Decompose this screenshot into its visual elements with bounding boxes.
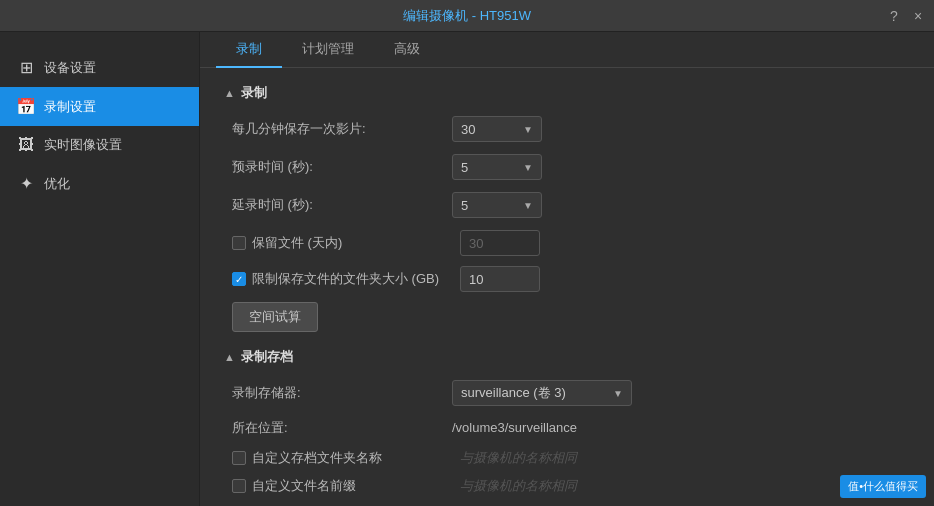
tab-record[interactable]: 录制 — [216, 32, 282, 68]
keep-files-checkbox[interactable] — [232, 236, 246, 250]
tab-schedule[interactable]: 计划管理 — [282, 32, 374, 68]
custom-prefix-placeholder: 与摄像机的名称相同 — [460, 477, 577, 495]
dropdown-arrow-icon: ▼ — [523, 124, 533, 135]
title-bar: 编辑摄像机 - HT951W ? × — [0, 0, 934, 32]
device-settings-icon: ⊞ — [16, 58, 36, 77]
post-record-label: 延录时间 (秒): — [232, 196, 452, 214]
realtime-image-icon: 🖼 — [16, 136, 36, 154]
post-record-value: 5 — [461, 198, 519, 213]
keep-files-checkbox-wrapper: 保留文件 (天内) — [232, 234, 452, 252]
keep-files-input[interactable] — [460, 230, 540, 256]
optimize-icon: ✦ — [16, 174, 36, 193]
storage-value: surveillance (卷 3) — [461, 384, 609, 402]
custom-folder-checkbox-wrapper: 自定义存档文件夹名称 — [232, 449, 452, 467]
custom-folder-checkbox[interactable] — [232, 451, 246, 465]
dropdown-arrow-icon: ▼ — [613, 388, 623, 399]
sidebar-item-optimize[interactable]: ✦ 优化 — [0, 164, 199, 203]
custom-prefix-label: 自定义文件名前缀 — [252, 477, 356, 495]
limit-folder-input[interactable] — [460, 266, 540, 292]
pre-record-select[interactable]: 5 ▼ — [452, 154, 542, 180]
close-button[interactable]: × — [910, 8, 926, 24]
storage-select[interactable]: surveillance (卷 3) ▼ — [452, 380, 632, 406]
post-record-row: 延录时间 (秒): 5 ▼ — [224, 192, 910, 218]
calc-button[interactable]: 空间试算 — [232, 302, 318, 332]
save-interval-row: 每几分钟保存一次影片: 30 ▼ — [224, 116, 910, 142]
location-value: /volume3/surveillance — [452, 418, 577, 437]
limit-folder-row: 限制保存文件的文件夹大小 (GB) — [224, 266, 910, 292]
pre-record-row: 预录时间 (秒): 5 ▼ — [224, 154, 910, 180]
storage-row: 录制存储器: surveillance (卷 3) ▼ — [224, 380, 910, 406]
archive-section-header: ▲ 录制存档 — [224, 348, 910, 366]
limit-folder-checkbox-wrapper: 限制保存文件的文件夹大小 (GB) — [232, 270, 452, 288]
save-interval-value: 30 — [461, 122, 519, 137]
help-button[interactable]: ? — [886, 8, 902, 24]
location-row: 所在位置: /volume3/surveillance — [224, 418, 910, 437]
custom-folder-placeholder: 与摄像机的名称相同 — [460, 449, 577, 467]
sidebar-item-label: 设备设置 — [44, 59, 96, 77]
limit-folder-label: 限制保存文件的文件夹大小 (GB) — [252, 270, 439, 288]
sidebar-item-label: 录制设置 — [44, 98, 96, 116]
keep-files-row: 保留文件 (天内) — [224, 230, 910, 256]
scroll-content: ▲ 录制 每几分钟保存一次影片: 30 ▼ 预录时间 (秒): 5 — [200, 68, 934, 506]
dropdown-arrow-icon: ▼ — [523, 162, 533, 173]
calc-button-row: 空间试算 — [224, 302, 910, 332]
pre-record-value: 5 — [461, 160, 519, 175]
custom-prefix-checkbox[interactable] — [232, 479, 246, 493]
content-area: 录制 计划管理 高级 ▲ 录制 每几分钟保存一次影片: — [200, 32, 934, 506]
window-controls: ? × — [886, 8, 926, 24]
record-settings-icon: 📅 — [16, 97, 36, 116]
location-label: 所在位置: — [232, 419, 452, 437]
archive-section: ▲ 录制存档 录制存储器: surveillance (卷 3) ▼ 所在位置:… — [224, 348, 910, 495]
custom-prefix-checkbox-wrapper: 自定义文件名前缀 — [232, 477, 452, 495]
sidebar-item-label: 优化 — [44, 175, 70, 193]
chevron-icon: ▲ — [224, 87, 235, 99]
watermark-badge: 值•什么值得买 — [840, 475, 926, 498]
post-record-select[interactable]: 5 ▼ — [452, 192, 542, 218]
save-interval-select[interactable]: 30 ▼ — [452, 116, 542, 142]
keep-files-label: 保留文件 (天内) — [252, 234, 342, 252]
sidebar: ⊞ 设备设置 📅 录制设置 🖼 实时图像设置 ✦ 优化 — [0, 32, 200, 506]
tab-bar: 录制 计划管理 高级 — [200, 32, 934, 68]
storage-label: 录制存储器: — [232, 384, 452, 402]
custom-folder-label: 自定义存档文件夹名称 — [252, 449, 382, 467]
sidebar-item-label: 实时图像设置 — [44, 136, 122, 154]
tab-advanced[interactable]: 高级 — [374, 32, 440, 68]
custom-prefix-row: 自定义文件名前缀 与摄像机的名称相同 — [224, 477, 910, 495]
chevron-icon: ▲ — [224, 351, 235, 363]
save-interval-label: 每几分钟保存一次影片: — [232, 120, 452, 138]
window-title: 编辑摄像机 - HT951W — [403, 7, 531, 25]
record-section-header: ▲ 录制 — [224, 84, 910, 102]
limit-folder-checkbox[interactable] — [232, 272, 246, 286]
sidebar-item-device-settings[interactable]: ⊞ 设备设置 — [0, 48, 199, 87]
main-layout: ⊞ 设备设置 📅 录制设置 🖼 实时图像设置 ✦ 优化 录制 计划管理 高级 — [0, 32, 934, 506]
pre-record-label: 预录时间 (秒): — [232, 158, 452, 176]
sidebar-item-realtime-image[interactable]: 🖼 实时图像设置 — [0, 126, 199, 164]
dropdown-arrow-icon: ▼ — [523, 200, 533, 211]
sidebar-item-record-settings[interactable]: 📅 录制设置 — [0, 87, 199, 126]
custom-folder-row: 自定义存档文件夹名称 与摄像机的名称相同 — [224, 449, 910, 467]
record-section: ▲ 录制 每几分钟保存一次影片: 30 ▼ 预录时间 (秒): 5 — [224, 84, 910, 332]
